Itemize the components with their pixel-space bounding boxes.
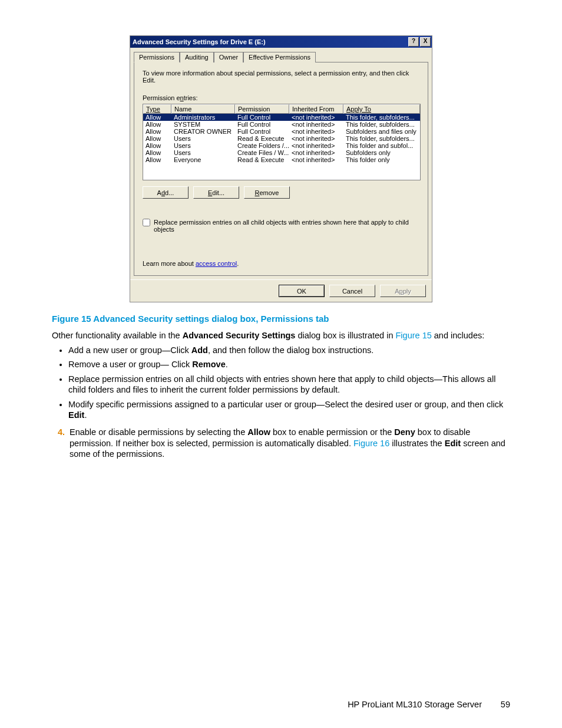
table-row[interactable]: AllowUsersRead & Execute<not inherited>T… [143, 135, 420, 142]
cell: Full Control [235, 128, 289, 135]
remove-button[interactable]: Remove [244, 186, 290, 199]
cell: Users [171, 135, 235, 142]
learn-more: Learn more about access control. [143, 260, 419, 267]
info-text: To view more information about special p… [143, 70, 419, 84]
cell: Create Folders /... [235, 142, 289, 149]
cell: Allow [143, 149, 171, 156]
cell: SYSTEM [171, 121, 235, 128]
table-row[interactable]: AllowEveryoneRead & Execute<not inherite… [143, 156, 420, 163]
cell: Read & Execute [235, 135, 289, 142]
col-inherited[interactable]: Inherited From [289, 104, 343, 114]
cell: Read & Execute [235, 156, 289, 163]
table-header: Type Name Permission Inherited From Appl… [143, 104, 420, 114]
cell: CREATOR OWNER [171, 128, 235, 135]
document-body: Figure 15 Advanced Security settings dia… [52, 313, 510, 460]
add-button[interactable]: Add... [143, 186, 189, 199]
col-name[interactable]: Name [171, 104, 235, 114]
cell: Create Files / W... [235, 149, 289, 156]
cell: Users [171, 149, 235, 156]
cell: This folder, subfolders... [343, 114, 420, 121]
cell: This folder only [343, 156, 420, 163]
cell: This folder and subfol... [343, 142, 420, 149]
help-icon[interactable]: ? [408, 37, 419, 47]
col-type[interactable]: Type [143, 104, 171, 114]
replace-checkbox[interactable] [143, 219, 150, 226]
cell: <not inherited> [289, 142, 343, 149]
edit-button[interactable]: Edit... [193, 186, 239, 199]
page-footer: HP ProLiant ML310 Storage Server 59 [348, 700, 510, 709]
apply-button[interactable]: Apply [380, 285, 426, 297]
list-item: Modify specific permissions assigned to … [68, 399, 510, 421]
cell: <not inherited> [289, 156, 343, 163]
cell: Subfolders and files only [343, 128, 420, 135]
tab-owner[interactable]: Owner [214, 52, 243, 62]
titlebar[interactable]: Advanced Security Settings for Drive E (… [130, 36, 432, 48]
tab-body: To view more information about special p… [134, 62, 428, 276]
cell: Subfolders only [343, 149, 420, 156]
table-row[interactable]: AllowAdministratorsFull Control<not inhe… [143, 114, 420, 121]
ok-button[interactable]: OK [279, 285, 325, 297]
col-applyto[interactable]: Apply To [343, 104, 420, 114]
cell: Allow [143, 142, 171, 149]
tab-row: Permissions Auditing Owner Effective Per… [130, 48, 432, 62]
figure-16-link[interactable]: Figure 16 [353, 439, 389, 448]
close-icon[interactable]: X [420, 37, 431, 47]
tab-effective[interactable]: Effective Permissions [243, 52, 316, 62]
entries-label: Permission entries: [143, 94, 419, 101]
cell: <not inherited> [289, 121, 343, 128]
cell: Allow [143, 135, 171, 142]
table-row[interactable]: AllowSYSTEMFull Control<not inherited>Th… [143, 121, 420, 128]
cell: Full Control [235, 121, 289, 128]
replace-label: Replace permission entries on all child … [154, 219, 419, 233]
cell: Allow [143, 156, 171, 163]
security-dialog: Advanced Security Settings for Drive E (… [130, 35, 432, 302]
cell: Allow [143, 114, 171, 121]
figure-15-link[interactable]: Figure 15 [396, 331, 432, 340]
cell: <not inherited> [289, 114, 343, 121]
cell: Allow [143, 128, 171, 135]
table-row[interactable]: AllowUsersCreate Files / W...<not inheri… [143, 149, 420, 156]
cell: Administrators [171, 114, 235, 121]
cell: Allow [143, 121, 171, 128]
footer-text: HP ProLiant ML310 Storage Server [348, 700, 482, 709]
cell: <not inherited> [289, 128, 343, 135]
list-item: Remove a user or group— Click Remove. [68, 359, 510, 370]
figure-caption: Figure 15 Advanced Security settings dia… [52, 313, 510, 324]
cell: Full Control [235, 114, 289, 121]
tab-permissions[interactable]: Permissions [134, 52, 180, 62]
numbered-step: 4. Enable or disable permissions by sele… [52, 427, 510, 460]
cell: Users [171, 142, 235, 149]
list-item: Replace permission entries on all child … [68, 374, 510, 396]
page-number: 59 [484, 700, 510, 709]
access-control-link[interactable]: access control [196, 260, 237, 267]
dialog-title: Advanced Security Settings for Drive E (… [133, 38, 407, 45]
cell: <not inherited> [289, 149, 343, 156]
tab-auditing[interactable]: Auditing [180, 52, 214, 62]
cell: This folder, subfolders... [343, 121, 420, 128]
permission-table[interactable]: Type Name Permission Inherited From Appl… [143, 104, 421, 180]
table-row[interactable]: AllowCREATOR OWNERFull Control<not inher… [143, 128, 420, 135]
paragraph: Other functionality available in the Adv… [52, 330, 510, 341]
col-permission[interactable]: Permission [235, 104, 289, 114]
cancel-button[interactable]: Cancel [329, 285, 375, 297]
table-row[interactable]: AllowUsersCreate Folders /...<not inheri… [143, 142, 420, 149]
cell: <not inherited> [289, 135, 343, 142]
list-item: Add a new user or group—Click Add, and t… [68, 345, 510, 356]
step-number: 4. [52, 427, 65, 438]
cell: Everyone [171, 156, 235, 163]
cell: This folder, subfolders... [343, 135, 420, 142]
